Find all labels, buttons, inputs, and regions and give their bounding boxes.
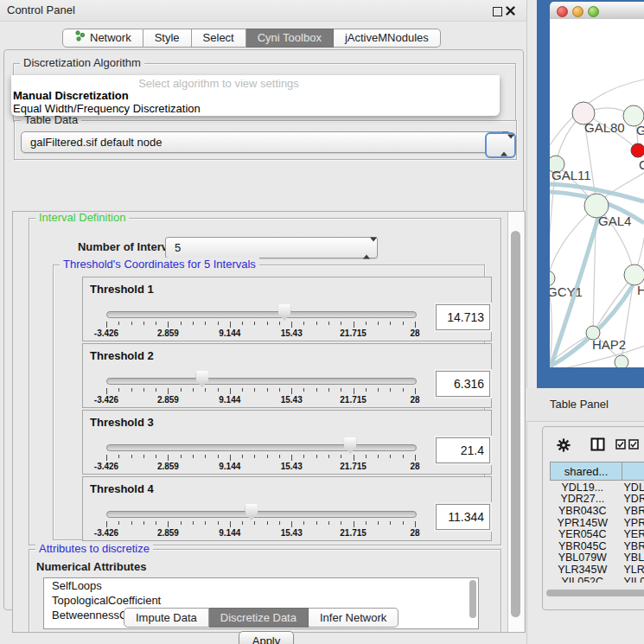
slider-track[interactable] xyxy=(106,511,417,518)
tick-mark xyxy=(354,521,354,527)
slider-thumb[interactable] xyxy=(245,504,258,520)
table-row[interactable]: YER054CYER0 xyxy=(550,528,644,540)
cell[interactable]: YLR345W xyxy=(550,564,615,576)
slider-thumb[interactable] xyxy=(278,304,291,321)
threshold-2-panel: Threshold 2 -3.4262.8599.14415.4321.7152… xyxy=(82,343,492,408)
cell[interactable]: YER054C xyxy=(550,528,615,540)
slider-track[interactable] xyxy=(106,311,417,318)
cell[interactable]: YBR043C xyxy=(550,505,615,517)
zoom-traffic-icon[interactable] xyxy=(588,6,599,17)
list-scrollbar[interactable] xyxy=(469,580,476,618)
cell[interactable]: YIL052C xyxy=(550,576,615,583)
tick-mark xyxy=(168,322,169,328)
tab-network[interactable]: Network xyxy=(62,29,143,48)
node-partial-bottom[interactable] xyxy=(615,355,628,367)
tick-mark xyxy=(267,521,268,525)
table-row[interactable]: YDL19...YDL1 xyxy=(550,481,644,494)
table-data-combo[interactable]: galFiltered.sif default node xyxy=(21,131,510,153)
split-columns-icon[interactable] xyxy=(590,437,605,454)
close-traffic-icon[interactable] xyxy=(557,6,568,17)
table-row[interactable]: YBL079WYBL0 xyxy=(550,552,644,564)
algorithm-combo[interactable] xyxy=(485,132,516,158)
tick-label: 21.715 xyxy=(340,462,367,471)
tick-mark xyxy=(242,455,243,458)
threshold-1-panel: Threshold 1 -3.4262.8599.14415.4321.7152… xyxy=(82,277,492,341)
apply-button[interactable]: Apply xyxy=(239,631,294,644)
column-header-name[interactable]: na xyxy=(622,462,644,481)
tick-mark xyxy=(106,388,107,394)
slider-track[interactable] xyxy=(106,378,417,385)
table-horizontal-scrollbar[interactable] xyxy=(546,590,644,596)
checkbox-icon[interactable] xyxy=(615,439,626,452)
cell[interactable]: YLR3 xyxy=(615,564,644,576)
cell[interactable]: YDL1 xyxy=(615,481,644,494)
threshold-2-value-field[interactable]: 6.316 xyxy=(436,371,490,397)
tab-impute-data-label: Impute Data xyxy=(136,609,197,627)
gear-icon[interactable] xyxy=(557,438,571,455)
threshold-4-value-field[interactable]: 11.344 xyxy=(436,504,490,530)
list-item[interactable]: TopologicalCoefficient xyxy=(44,593,478,608)
threshold-1-value-field[interactable]: 14.713 xyxy=(436,304,490,330)
network-canvas[interactable]: GAL80 GA C GAL11 GAL4 GCY1 H HAP2 xyxy=(550,19,644,367)
tick-mark xyxy=(193,521,194,525)
panel-title: Control Panel xyxy=(7,3,75,16)
threshold-3-value-field[interactable]: 21.4 xyxy=(436,437,490,463)
cell[interactable]: YPR145W xyxy=(550,517,615,529)
menu-item-equal-width-frequency[interactable]: Equal Width/Frequency Discretization xyxy=(13,102,201,115)
tick-mark xyxy=(218,521,219,525)
network-window-titlebar[interactable] xyxy=(550,2,644,20)
scrollbar-thumb[interactable] xyxy=(511,231,520,617)
settings-scrollbar[interactable] xyxy=(507,212,524,632)
table-row[interactable]: YDR27...YDR2 xyxy=(550,494,644,506)
tick-mark xyxy=(118,521,119,525)
table-row[interactable]: YPR145WYPR1 xyxy=(550,517,644,529)
cell[interactable]: YBR045C xyxy=(550,540,615,552)
tick-mark xyxy=(291,388,292,394)
tab-select[interactable]: Select xyxy=(192,29,246,48)
tick-mark xyxy=(341,455,341,458)
tick-mark xyxy=(390,521,391,525)
tick-mark xyxy=(390,322,391,325)
close-icon[interactable] xyxy=(506,6,515,16)
table-row[interactable]: YLR345WYLR3 xyxy=(550,564,644,576)
cell[interactable]: YBL079W xyxy=(550,552,615,564)
tab-style-label: Style xyxy=(155,29,180,47)
cell[interactable]: YIL0 xyxy=(615,576,644,583)
tab-infer-network[interactable]: Infer Network xyxy=(309,608,399,628)
tab-style[interactable]: Style xyxy=(143,29,192,48)
cell[interactable]: YER0 xyxy=(615,528,644,540)
tab-impute-data[interactable]: Impute Data xyxy=(124,608,209,628)
cell[interactable]: YDR27... xyxy=(550,493,615,505)
tab-jactivemnodules[interactable]: jActiveMNodules xyxy=(334,29,441,48)
table-row[interactable]: YIL052CYIL0 xyxy=(550,576,644,583)
tick-mark xyxy=(106,455,107,461)
float-window-icon[interactable] xyxy=(493,7,502,16)
slider-track[interactable] xyxy=(106,444,417,451)
threshold-4-label: Threshold 4 xyxy=(90,482,154,495)
slider-thumb[interactable] xyxy=(344,437,357,454)
table-row[interactable]: YBR045CYBR0 xyxy=(550,540,644,552)
tab-discretize-data[interactable]: Discretize Data xyxy=(209,608,309,628)
cell[interactable]: YBL0 xyxy=(615,552,644,564)
tick-mark xyxy=(168,521,169,527)
tick-mark xyxy=(390,455,391,458)
column-header-shared-name[interactable]: shared... xyxy=(550,462,622,481)
threshold-3-panel: Threshold 3 -3.4262.8599.14415.4321.7152… xyxy=(82,410,492,475)
checkbox-icon[interactable] xyxy=(628,439,639,452)
cell[interactable]: YPR1 xyxy=(615,517,644,529)
minimize-traffic-icon[interactable] xyxy=(572,6,583,17)
cell[interactable]: YBR0 xyxy=(615,540,644,552)
menu-item-manual-discretization[interactable]: Manual Discretization xyxy=(13,89,129,102)
node-red-selected[interactable] xyxy=(631,143,644,157)
tab-cyni-toolbox[interactable]: Cyni Toolbox xyxy=(246,29,334,48)
list-item[interactable]: SelfLoops xyxy=(44,578,478,593)
cell[interactable]: YDL19... xyxy=(550,481,615,494)
tick-mark xyxy=(106,521,107,527)
table-row[interactable]: YBR043CYBR0 xyxy=(550,505,644,517)
tick-mark xyxy=(366,322,367,325)
cell[interactable]: YBR0 xyxy=(615,505,644,517)
slider-thumb[interactable] xyxy=(195,371,208,387)
tick-label: 2.859 xyxy=(157,462,179,471)
number-of-intervals-combo[interactable]: 5 xyxy=(165,237,378,258)
cell[interactable]: YDR2 xyxy=(615,493,644,505)
